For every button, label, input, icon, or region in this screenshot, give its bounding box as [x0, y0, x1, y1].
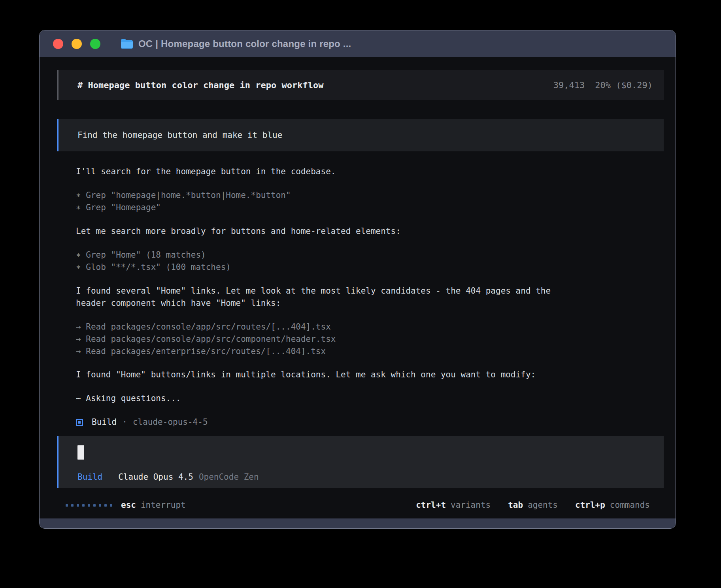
tool-call-read: → Read packages/enterprise/src/routes/[.… — [76, 345, 664, 358]
agent-name: Build — [92, 416, 117, 428]
context-usage: 20% ($0.29) — [595, 80, 653, 90]
user-message-text: Find the homepage button and make it blu… — [77, 130, 282, 140]
tool-call-group: ∗ Grep "homepage|home.*button|Home.*butt… — [57, 189, 664, 214]
tool-call-grep: ∗ Grep "Home" (18 matches) — [76, 249, 664, 261]
assistant-text: I'll search for the homepage button in t… — [76, 166, 664, 178]
terminal-window: OC | Homepage button color change in rep… — [39, 30, 676, 529]
hint-agents: tab agents — [508, 499, 558, 511]
assistant-text: Let me search more broadly for buttons a… — [76, 225, 664, 237]
interrupt-label: interrupt — [141, 499, 186, 511]
session-title: # Homepage button color change in repo w… — [77, 80, 324, 90]
editor-meta: Build Claude Opus 4.5 OpenCode Zen — [77, 472, 653, 482]
minimize-window-button[interactable] — [72, 39, 82, 49]
agent-icon — [76, 419, 83, 426]
tool-call-group: ∗ Grep "Home" (18 matches) ∗ Glob "**/*.… — [57, 249, 664, 273]
tool-call-read: → Read packages/console/app/src/routes/[… — [76, 321, 664, 333]
agent-mode-label: Build — [77, 472, 102, 482]
tool-call-group: → Read packages/console/app/src/routes/[… — [57, 321, 664, 358]
tool-call-grep: ∗ Grep "homepage|home.*button|Home.*butt… — [76, 189, 664, 202]
close-window-button[interactable] — [53, 39, 63, 49]
text-cursor — [77, 445, 84, 460]
desktop: OC | Homepage button color change in rep… — [0, 0, 721, 588]
window-footer — [40, 518, 676, 528]
tool-call-grep: ∗ Grep "Homepage" — [76, 202, 664, 214]
separator-dot: · — [122, 416, 127, 428]
token-count: 39,413 — [553, 80, 585, 90]
tool-call-glob: ∗ Glob "**/*.tsx" (100 matches) — [76, 261, 664, 273]
model-id: claude-opus-4-5 — [133, 416, 208, 428]
folder-icon — [121, 39, 133, 49]
tool-call-read: → Read packages/console/app/src/componen… — [76, 333, 664, 345]
provider-label: OpenCode Zen — [199, 472, 259, 482]
hint-commands: ctrl+p commands — [575, 499, 650, 511]
titlebar: OC | Homepage button color change in rep… — [40, 30, 676, 57]
status-bar: esc interrupt ctrl+t variants tab agents… — [66, 499, 650, 511]
user-message: Find the homepage button and make it blu… — [57, 119, 664, 151]
agent-turn-footer: Build · claude-opus-4-5 — [76, 416, 664, 428]
window-title: OC | Homepage button color change in rep… — [138, 38, 351, 49]
session-view: # Homepage button color change in repo w… — [40, 70, 676, 511]
prompt-editor[interactable]: Build Claude Opus 4.5 OpenCode Zen — [57, 436, 664, 488]
assistant-text: I found "Home" buttons/links in multiple… — [76, 369, 664, 381]
interrupt-key: esc — [121, 499, 136, 511]
session-header: # Homepage button color change in repo w… — [57, 70, 664, 100]
maximize-window-button[interactable] — [90, 39, 100, 49]
model-name-label: Claude Opus 4.5 — [118, 472, 193, 482]
session-stats: 39,413 20% ($0.29) — [553, 80, 653, 90]
spinner-dots — [66, 504, 112, 507]
assistant-status-text: ~ Asking questions... — [76, 392, 664, 405]
hint-variants: ctrl+t variants — [416, 499, 491, 511]
assistant-text: I found several "Home" links. Let me loo… — [57, 285, 664, 309]
keyboard-hints: ctrl+t variants tab agents ctrl+p comman… — [416, 499, 650, 511]
